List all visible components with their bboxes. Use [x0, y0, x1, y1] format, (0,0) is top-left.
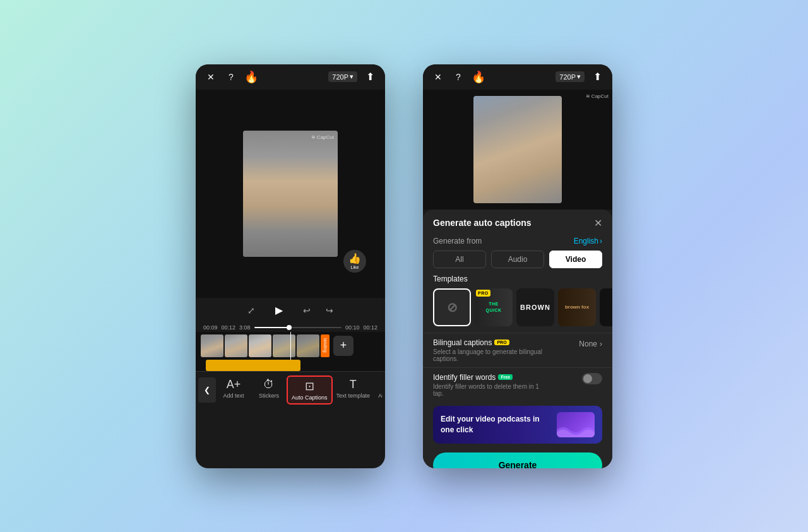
template-quick2[interactable]: THEQUI...	[600, 288, 612, 326]
stickers-icon: ⏱	[263, 378, 275, 391]
auto-captions-icon: ⊡	[305, 379, 314, 393]
film-frame-2	[225, 334, 247, 357]
generate-button[interactable]: Generate	[433, 452, 602, 468]
add-clip-button[interactable]: +	[333, 336, 354, 356]
film-frame-4	[273, 334, 295, 357]
timeline-progress	[254, 327, 289, 328]
time-current: 00:09	[203, 324, 218, 331]
yellow-clip[interactable]	[206, 360, 300, 371]
bilingual-captions-selector[interactable]: None ›	[579, 340, 602, 348]
like-button[interactable]: 👍 Like	[343, 250, 366, 273]
undo-button[interactable]: ↩	[303, 305, 311, 316]
bilingual-captions-title: Bilingual captions PRO	[433, 338, 547, 347]
filler-words-title: Identify filler words Free	[433, 373, 547, 382]
timeline-cursor	[290, 332, 291, 360]
template-brown[interactable]: BROWN	[516, 288, 554, 326]
right-flame-icon: 🔥	[471, 69, 486, 85]
right-phone: ✕ ? 🔥 720P ▾ ⬆ ≋ CapCut Generate auto ca…	[423, 64, 612, 468]
promo-visual	[557, 412, 595, 437]
redo-button[interactable]: ↪	[326, 305, 333, 316]
expand-icon[interactable]: ⤢	[247, 305, 255, 316]
right-capcut-watermark: ≋ CapCut	[586, 93, 609, 99]
left-top-bar-left: ✕ ? 🔥	[203, 69, 259, 85]
promo-banner[interactable]: Edit your video podcasts in one click	[433, 406, 602, 444]
generate-from-label: Generate from	[433, 237, 482, 245]
thumbs-up-icon: 👍	[348, 252, 361, 264]
left-phone: ✕ ? 🔥 720P ▾ ⬆ ≋ CapCut 👍 Like	[196, 64, 385, 468]
timeline-bar: 00:09 00:12 3:08 00:10 00:12	[196, 323, 385, 332]
video-preview: ≋ CapCut 👍 Like	[196, 90, 385, 298]
panel-header: Generate auto captions ✕	[423, 210, 612, 234]
toolbar-add-text[interactable]: A+ Add text	[216, 375, 251, 405]
right-close-button[interactable]: ✕	[431, 69, 446, 85]
right-resolution-badge[interactable]: 720P ▾	[556, 71, 585, 82]
template-none[interactable]: ⊘	[433, 288, 471, 326]
toolbar-items: A+ Add text ⏱ Stickers ⊡ Auto Captions T…	[216, 375, 383, 405]
back-button[interactable]: ❮	[198, 377, 216, 403]
template-brownfox[interactable]: brown fox	[558, 288, 596, 326]
right-top-bar: ✕ ? 🔥 720P ▾ ⬆	[423, 64, 612, 90]
tab-all[interactable]: All	[433, 251, 486, 268]
language-label: English	[574, 237, 598, 245]
toolbar-text-template[interactable]: T Text template	[333, 375, 374, 405]
template-quick[interactable]: PRO THEQUICK	[475, 288, 513, 326]
film-frame-1	[201, 334, 223, 357]
timeline-thumb	[287, 325, 292, 330]
timeline-track[interactable]	[254, 327, 342, 328]
player-controls: ⤢ ▶ ↩ ↪	[196, 298, 385, 323]
filler-words-sub: Identify filler words to delete them in …	[433, 383, 547, 397]
tab-audio[interactable]: Audio	[491, 251, 544, 268]
panel-title: Generate auto captions	[433, 218, 532, 228]
play-button[interactable]: ▶	[270, 302, 288, 319]
chevron-right-icon: ›	[600, 237, 602, 245]
close-button[interactable]: ✕	[203, 69, 218, 85]
resolution-badge[interactable]: 720P ▾	[328, 71, 357, 82]
bottom-toolbar: ❮ A+ Add text ⏱ Stickers ⊡ Auto Captions…	[196, 371, 385, 408]
toolbar-auto-captions[interactable]: ⊡ Auto Captions	[287, 375, 333, 405]
promo-wave-svg	[557, 422, 595, 437]
generate-from-row: Generate from English ›	[423, 234, 612, 251]
promo-text: Edit your video podcasts in one click	[441, 414, 550, 435]
filler-words-row: Identify filler words Free Identify fill…	[423, 367, 612, 402]
chevron-right-icon-2: ›	[600, 340, 602, 348]
toolbar-auto-lyrics[interactable]: ♪ Auto lyrics	[374, 375, 383, 405]
flame-icon: 🔥	[244, 69, 259, 85]
film-frame-5	[297, 334, 319, 357]
right-top-bar-right: 720P ▾ ⬆	[556, 69, 605, 85]
tab-row: All Audio Video	[423, 251, 612, 275]
bilingual-captions-sub: Select a language to generate bilingual …	[433, 348, 547, 362]
video-frame: ≋ CapCut	[243, 131, 338, 257]
time-total: 00:12	[222, 324, 236, 331]
film-marker: landing	[321, 334, 330, 357]
template-strip: ⊘ PRO THEQUICK BROWN brown fox THEQUI...	[423, 288, 612, 333]
language-selector[interactable]: English ›	[574, 237, 602, 245]
right-video-preview: ≋ CapCut	[423, 90, 612, 210]
person-image	[243, 131, 338, 257]
overlay-panel: Generate auto captions ✕ Generate from E…	[423, 210, 612, 468]
bilingual-captions-row: Bilingual captions PRO Select a language…	[423, 333, 612, 367]
right-video-frame	[473, 96, 562, 203]
toolbar-stickers[interactable]: ⏱ Stickers	[251, 375, 287, 405]
pro-badge-1: PRO	[476, 290, 490, 297]
right-top-bar-left: ✕ ? 🔥	[431, 69, 486, 85]
right-help-button[interactable]: ?	[451, 69, 466, 85]
upload-button[interactable]: ⬆	[362, 69, 377, 85]
time-marker: 3:08	[239, 324, 251, 331]
help-button[interactable]: ?	[223, 69, 239, 85]
filler-words-toggle[interactable]	[582, 373, 602, 384]
templates-label: Templates	[423, 275, 612, 288]
capcut-watermark: ≋ CapCut	[311, 134, 334, 140]
close-panel-button[interactable]: ✕	[594, 217, 602, 229]
bilingual-captions-left: Bilingual captions PRO Select a language…	[433, 338, 547, 362]
pro-badge-bilingual: PRO	[494, 340, 509, 345]
text-template-icon: T	[350, 378, 357, 391]
add-text-icon: A+	[227, 378, 241, 391]
film-strip: landing +	[196, 332, 385, 360]
filler-words-left: Identify filler words Free Identify fill…	[433, 373, 547, 397]
film-frame-3	[249, 334, 271, 357]
right-upload-button[interactable]: ⬆	[590, 69, 605, 85]
time-mid: 00:10	[345, 324, 360, 331]
tab-video[interactable]: Video	[549, 251, 602, 268]
none-icon: ⊘	[447, 300, 458, 315]
left-top-bar: ✕ ? 🔥 720P ▾ ⬆	[196, 64, 385, 90]
